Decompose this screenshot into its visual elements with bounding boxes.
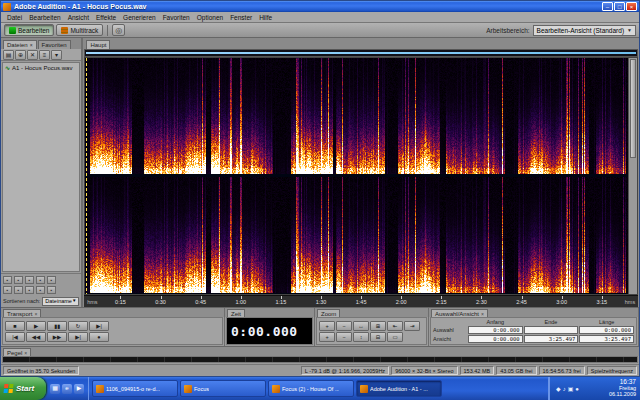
updates-icon[interactable]: ● xyxy=(575,385,579,393)
view-start-field[interactable]: 0:00.000 xyxy=(468,335,523,343)
panel-toggle-icon[interactable]: ▪ xyxy=(36,286,45,294)
level-meter[interactable] xyxy=(3,357,637,362)
rewind-button[interactable]: ◀◀ xyxy=(26,332,46,342)
panel-toggle-icon[interactable]: ▪ xyxy=(47,276,56,284)
column-anfang: Anfang xyxy=(468,319,523,325)
edit-view-button[interactable]: Bearbeiten xyxy=(4,24,54,36)
close-icon[interactable]: × xyxy=(30,42,33,48)
menu-item[interactable]: Fenster xyxy=(227,14,255,21)
zoom-reset-button[interactable]: ▭ xyxy=(387,332,403,342)
zoom-right-edge-button[interactable]: ⇥ xyxy=(404,321,420,331)
selection-start-field[interactable]: 0:00.000 xyxy=(468,326,523,334)
zoom-out-selection-button[interactable]: ⊟ xyxy=(370,332,386,342)
title-bar[interactable]: Adobe Audition - A1 - Hocus Pocus.wav – … xyxy=(1,1,639,12)
playhead-cursor[interactable] xyxy=(86,58,87,294)
zoom-out-horizontal-button[interactable]: − xyxy=(336,321,352,331)
stop-button[interactable]: ■ xyxy=(5,321,25,331)
vertical-scrollbar[interactable] xyxy=(628,58,637,294)
zoom-full-vertical-button[interactable]: ↕ xyxy=(353,332,369,342)
workspace-select[interactable]: Bearbeiten-Ansicht (Standard) ▼ xyxy=(533,25,636,36)
zoom-in-horizontal-button[interactable]: + xyxy=(319,321,335,331)
menu-item[interactable]: Optionen xyxy=(194,14,226,21)
antivirus-icon[interactable]: ◆ xyxy=(556,385,561,393)
time-panel-tab[interactable]: Zeit xyxy=(227,309,245,317)
close-icon[interactable]: × xyxy=(481,311,484,317)
menu-item[interactable]: Ansicht xyxy=(65,14,92,21)
tab-haupt[interactable]: Haupt xyxy=(86,40,110,49)
view-end-field[interactable]: 3:25.497 xyxy=(524,335,579,343)
zoom-panel-tab[interactable]: Zoom xyxy=(317,309,340,317)
menu-item[interactable]: Generieren xyxy=(120,14,159,21)
panel-toggle-icon[interactable]: ▪ xyxy=(14,276,23,284)
minimize-button[interactable]: – xyxy=(602,2,613,11)
import-file[interactable]: ▤ xyxy=(3,50,14,60)
close-icon[interactable]: × xyxy=(34,311,37,317)
vertical-scrollbar-thumb[interactable] xyxy=(630,59,636,158)
fast-forward-button[interactable]: ▶▶ xyxy=(47,332,67,342)
timeline-tick: 0:45 xyxy=(195,298,206,305)
selection-end-field[interactable] xyxy=(524,326,579,334)
status-segment: 16:54:56.73 frei xyxy=(539,366,585,375)
menu-item[interactable]: Hilfe xyxy=(256,14,275,21)
zoom-out-vertical-button[interactable]: − xyxy=(336,332,352,342)
panel-toggle-icon[interactable]: ▪ xyxy=(36,276,45,284)
file-tree[interactable]: ∿ A1 - Hocus Pocus.wav xyxy=(2,62,80,272)
menu-item[interactable]: Favoriten xyxy=(160,14,193,21)
panel-toggle-icon[interactable]: ▪ xyxy=(3,286,12,294)
play-to-end-button[interactable]: ▶| xyxy=(89,321,109,331)
internet-explorer-icon[interactable]: e xyxy=(62,384,72,394)
zoom-full-button[interactable]: ↔ xyxy=(353,321,369,331)
cd-view-button[interactable]: ◎ xyxy=(112,24,125,36)
show-desktop-icon[interactable]: ▦ xyxy=(50,384,60,394)
timeline-ruler[interactable]: hms 0:150:300:451:001:151:301:452:002:15… xyxy=(84,295,638,307)
taskbar-clock[interactable]: 16:37 Freitag 06.11.2009 xyxy=(609,379,636,397)
menu-item[interactable]: Datei xyxy=(4,14,25,21)
sort-select[interactable]: Dateiname ▼ xyxy=(42,297,79,306)
panel-toggle-icon[interactable]: ▪ xyxy=(14,286,23,294)
taskbar-button[interactable]: Focus xyxy=(180,380,266,397)
zoom-in-vertical-button[interactable]: + xyxy=(319,332,335,342)
pause-button[interactable]: ▮▮ xyxy=(47,321,67,331)
taskbar-button[interactable]: Adobe Audition - A1 - ... xyxy=(356,380,442,397)
menu-item[interactable]: Effekte xyxy=(93,14,119,21)
open-file[interactable]: ⊕ xyxy=(15,50,26,60)
panel-toggle-icon[interactable]: ▪ xyxy=(25,276,34,284)
selection-length-field[interactable]: 0:00.000 xyxy=(579,326,634,334)
menu-item[interactable]: Bearbeiten xyxy=(26,14,63,21)
status-segment: 153.42 MB xyxy=(460,366,495,375)
play-looped-button[interactable]: ↻ xyxy=(68,321,88,331)
zoom-left-edge-button[interactable]: ⇤ xyxy=(387,321,403,331)
tab-dateien[interactable]: Dateien × xyxy=(3,40,37,49)
go-to-end-button[interactable]: ▶| xyxy=(68,332,88,342)
spectrogram-canvas[interactable] xyxy=(85,58,628,294)
view-length-field[interactable]: 3:25.497 xyxy=(579,335,634,343)
record-button[interactable]: ● xyxy=(89,332,109,342)
network-icon[interactable]: ▣ xyxy=(568,385,574,393)
go-to-start-button[interactable]: |◀ xyxy=(5,332,25,342)
taskbar-button[interactable]: Focus (2) - House Of ... xyxy=(268,380,354,397)
close-file[interactable]: ✕ xyxy=(27,50,38,60)
insert-into-multitrack[interactable]: ≡ xyxy=(39,50,50,60)
close-icon[interactable]: × xyxy=(24,350,27,356)
spectral-display[interactable] xyxy=(85,58,628,294)
zoom-to-selection-button[interactable]: ⊞ xyxy=(370,321,386,331)
file-tree-item[interactable]: ∿ A1 - Hocus Pocus.wav xyxy=(3,63,79,72)
options[interactable]: ▾ xyxy=(51,50,62,60)
panel-toggle-icon[interactable]: ▪ xyxy=(47,286,56,294)
maximize-button[interactable]: □ xyxy=(614,2,625,11)
start-button[interactable]: Start xyxy=(0,377,46,400)
play-button[interactable]: ▶ xyxy=(26,321,46,331)
close-button[interactable]: × xyxy=(626,2,637,11)
windows-logo-icon xyxy=(4,384,14,393)
volume-icon[interactable]: ♪ xyxy=(563,385,566,393)
media-player-icon[interactable]: ▶ xyxy=(74,384,84,394)
overview-bar[interactable] xyxy=(84,49,638,57)
multitrack-view-button[interactable]: Multitrack xyxy=(56,24,103,36)
tab-favoriten[interactable]: Favoriten xyxy=(38,40,71,49)
panel-toggle-icon[interactable]: ▪ xyxy=(25,286,34,294)
levels-panel-tab[interactable]: Pegel × xyxy=(3,348,31,356)
transport-panel-tab[interactable]: Transport × xyxy=(3,309,41,317)
panel-toggle-icon[interactable]: ▪ xyxy=(3,276,12,284)
selection-panel-tab[interactable]: Auswahl/Ansicht × xyxy=(431,309,488,317)
taskbar-button[interactable]: 1106_094915-o re-d... xyxy=(92,380,178,397)
